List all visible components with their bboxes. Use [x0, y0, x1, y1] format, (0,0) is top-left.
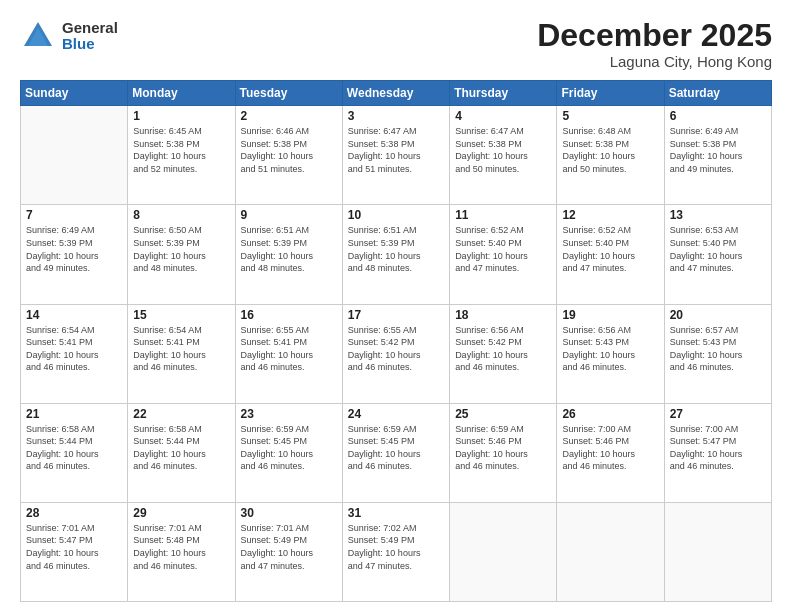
day-info: Sunrise: 6:46 AMSunset: 5:38 PMDaylight:…: [241, 125, 337, 175]
calendar-cell: [450, 502, 557, 601]
calendar-cell: 30Sunrise: 7:01 AMSunset: 5:49 PMDayligh…: [235, 502, 342, 601]
calendar-cell: 11Sunrise: 6:52 AMSunset: 5:40 PMDayligh…: [450, 205, 557, 304]
calendar-cell: 17Sunrise: 6:55 AMSunset: 5:42 PMDayligh…: [342, 304, 449, 403]
logo-icon: [20, 18, 56, 54]
calendar-cell: 4Sunrise: 6:47 AMSunset: 5:38 PMDaylight…: [450, 106, 557, 205]
calendar-cell: [21, 106, 128, 205]
day-number: 15: [133, 308, 229, 322]
day-info: Sunrise: 6:49 AMSunset: 5:38 PMDaylight:…: [670, 125, 766, 175]
calendar-cell: 25Sunrise: 6:59 AMSunset: 5:46 PMDayligh…: [450, 403, 557, 502]
day-number: 11: [455, 208, 551, 222]
day-info: Sunrise: 7:01 AMSunset: 5:48 PMDaylight:…: [133, 522, 229, 572]
header: General Blue December 2025 Laguna City, …: [20, 18, 772, 70]
day-number: 2: [241, 109, 337, 123]
calendar-cell: 7Sunrise: 6:49 AMSunset: 5:39 PMDaylight…: [21, 205, 128, 304]
day-info: Sunrise: 7:01 AMSunset: 5:47 PMDaylight:…: [26, 522, 122, 572]
logo-general-label: General: [62, 20, 118, 37]
calendar-cell: 19Sunrise: 6:56 AMSunset: 5:43 PMDayligh…: [557, 304, 664, 403]
day-info: Sunrise: 6:58 AMSunset: 5:44 PMDaylight:…: [26, 423, 122, 473]
weekday-header: Tuesday: [235, 81, 342, 106]
calendar-cell: 15Sunrise: 6:54 AMSunset: 5:41 PMDayligh…: [128, 304, 235, 403]
day-number: 13: [670, 208, 766, 222]
day-number: 12: [562, 208, 658, 222]
day-number: 1: [133, 109, 229, 123]
calendar-cell: 14Sunrise: 6:54 AMSunset: 5:41 PMDayligh…: [21, 304, 128, 403]
calendar-table: SundayMondayTuesdayWednesdayThursdayFrid…: [20, 80, 772, 602]
day-info: Sunrise: 6:48 AMSunset: 5:38 PMDaylight:…: [562, 125, 658, 175]
day-number: 25: [455, 407, 551, 421]
calendar-cell: 18Sunrise: 6:56 AMSunset: 5:42 PMDayligh…: [450, 304, 557, 403]
logo-blue-label: Blue: [62, 36, 118, 53]
day-number: 28: [26, 506, 122, 520]
day-number: 3: [348, 109, 444, 123]
day-number: 23: [241, 407, 337, 421]
calendar-cell: 5Sunrise: 6:48 AMSunset: 5:38 PMDaylight…: [557, 106, 664, 205]
calendar-cell: [557, 502, 664, 601]
day-info: Sunrise: 6:59 AMSunset: 5:45 PMDaylight:…: [241, 423, 337, 473]
day-info: Sunrise: 6:54 AMSunset: 5:41 PMDaylight:…: [26, 324, 122, 374]
day-number: 20: [670, 308, 766, 322]
calendar-cell: [664, 502, 771, 601]
calendar-cell: 12Sunrise: 6:52 AMSunset: 5:40 PMDayligh…: [557, 205, 664, 304]
day-number: 7: [26, 208, 122, 222]
day-info: Sunrise: 6:52 AMSunset: 5:40 PMDaylight:…: [562, 224, 658, 274]
weekday-header: Friday: [557, 81, 664, 106]
day-info: Sunrise: 6:47 AMSunset: 5:38 PMDaylight:…: [348, 125, 444, 175]
day-info: Sunrise: 6:59 AMSunset: 5:45 PMDaylight:…: [348, 423, 444, 473]
calendar-cell: 10Sunrise: 6:51 AMSunset: 5:39 PMDayligh…: [342, 205, 449, 304]
day-number: 30: [241, 506, 337, 520]
calendar-cell: 6Sunrise: 6:49 AMSunset: 5:38 PMDaylight…: [664, 106, 771, 205]
day-info: Sunrise: 6:50 AMSunset: 5:39 PMDaylight:…: [133, 224, 229, 274]
day-info: Sunrise: 7:00 AMSunset: 5:46 PMDaylight:…: [562, 423, 658, 473]
day-info: Sunrise: 6:59 AMSunset: 5:46 PMDaylight:…: [455, 423, 551, 473]
calendar-cell: 8Sunrise: 6:50 AMSunset: 5:39 PMDaylight…: [128, 205, 235, 304]
day-info: Sunrise: 7:02 AMSunset: 5:49 PMDaylight:…: [348, 522, 444, 572]
day-number: 31: [348, 506, 444, 520]
day-number: 18: [455, 308, 551, 322]
calendar-cell: 21Sunrise: 6:58 AMSunset: 5:44 PMDayligh…: [21, 403, 128, 502]
calendar-cell: 13Sunrise: 6:53 AMSunset: 5:40 PMDayligh…: [664, 205, 771, 304]
calendar-cell: 31Sunrise: 7:02 AMSunset: 5:49 PMDayligh…: [342, 502, 449, 601]
day-info: Sunrise: 7:00 AMSunset: 5:47 PMDaylight:…: [670, 423, 766, 473]
day-info: Sunrise: 6:53 AMSunset: 5:40 PMDaylight:…: [670, 224, 766, 274]
day-number: 14: [26, 308, 122, 322]
calendar-cell: 22Sunrise: 6:58 AMSunset: 5:44 PMDayligh…: [128, 403, 235, 502]
day-number: 22: [133, 407, 229, 421]
calendar-week-row: 14Sunrise: 6:54 AMSunset: 5:41 PMDayligh…: [21, 304, 772, 403]
location: Laguna City, Hong Kong: [537, 53, 772, 70]
day-info: Sunrise: 6:49 AMSunset: 5:39 PMDaylight:…: [26, 224, 122, 274]
day-number: 4: [455, 109, 551, 123]
day-info: Sunrise: 6:51 AMSunset: 5:39 PMDaylight:…: [348, 224, 444, 274]
day-info: Sunrise: 6:55 AMSunset: 5:41 PMDaylight:…: [241, 324, 337, 374]
title-block: December 2025 Laguna City, Hong Kong: [537, 18, 772, 70]
month-title: December 2025: [537, 18, 772, 53]
calendar-cell: 28Sunrise: 7:01 AMSunset: 5:47 PMDayligh…: [21, 502, 128, 601]
day-number: 8: [133, 208, 229, 222]
weekday-header: Monday: [128, 81, 235, 106]
calendar-cell: 9Sunrise: 6:51 AMSunset: 5:39 PMDaylight…: [235, 205, 342, 304]
day-info: Sunrise: 6:47 AMSunset: 5:38 PMDaylight:…: [455, 125, 551, 175]
weekday-header-row: SundayMondayTuesdayWednesdayThursdayFrid…: [21, 81, 772, 106]
calendar-week-row: 21Sunrise: 6:58 AMSunset: 5:44 PMDayligh…: [21, 403, 772, 502]
day-info: Sunrise: 6:58 AMSunset: 5:44 PMDaylight:…: [133, 423, 229, 473]
logo-text: General Blue: [62, 20, 118, 53]
logo: General Blue: [20, 18, 118, 54]
calendar-cell: 20Sunrise: 6:57 AMSunset: 5:43 PMDayligh…: [664, 304, 771, 403]
day-number: 5: [562, 109, 658, 123]
calendar-week-row: 7Sunrise: 6:49 AMSunset: 5:39 PMDaylight…: [21, 205, 772, 304]
day-info: Sunrise: 6:54 AMSunset: 5:41 PMDaylight:…: [133, 324, 229, 374]
weekday-header: Saturday: [664, 81, 771, 106]
day-info: Sunrise: 6:45 AMSunset: 5:38 PMDaylight:…: [133, 125, 229, 175]
day-number: 17: [348, 308, 444, 322]
weekday-header: Wednesday: [342, 81, 449, 106]
weekday-header: Sunday: [21, 81, 128, 106]
day-info: Sunrise: 7:01 AMSunset: 5:49 PMDaylight:…: [241, 522, 337, 572]
calendar-cell: 24Sunrise: 6:59 AMSunset: 5:45 PMDayligh…: [342, 403, 449, 502]
day-number: 26: [562, 407, 658, 421]
calendar-cell: 26Sunrise: 7:00 AMSunset: 5:46 PMDayligh…: [557, 403, 664, 502]
calendar-cell: 27Sunrise: 7:00 AMSunset: 5:47 PMDayligh…: [664, 403, 771, 502]
calendar-cell: 2Sunrise: 6:46 AMSunset: 5:38 PMDaylight…: [235, 106, 342, 205]
calendar-week-row: 1Sunrise: 6:45 AMSunset: 5:38 PMDaylight…: [21, 106, 772, 205]
day-info: Sunrise: 6:55 AMSunset: 5:42 PMDaylight:…: [348, 324, 444, 374]
calendar-cell: 23Sunrise: 6:59 AMSunset: 5:45 PMDayligh…: [235, 403, 342, 502]
